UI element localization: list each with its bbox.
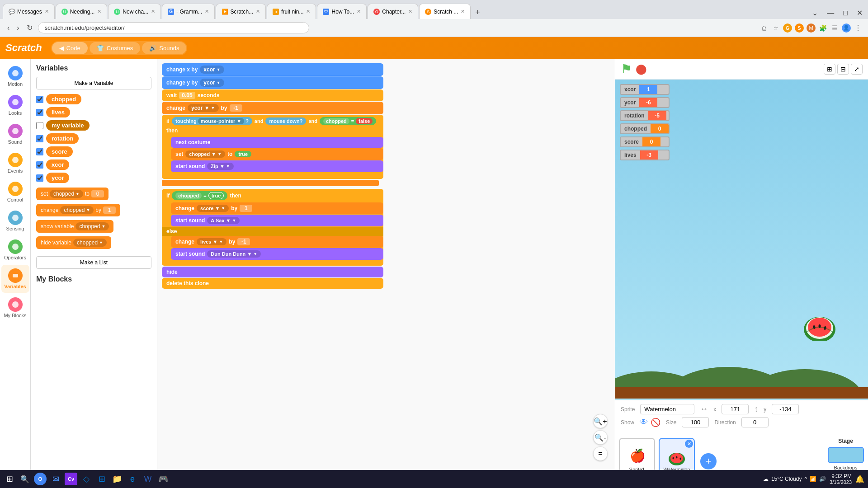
code-canvas-area[interactable]: change x by xcor change y by ycor wait 0…: [157, 59, 615, 488]
change-chopped-block[interactable]: change chopped by 1: [36, 204, 120, 216]
lives-dropdown[interactable]: lives ▼: [197, 238, 226, 245]
ext-icon[interactable]: 🧩: [818, 23, 827, 33]
var-checkbox-myvariable[interactable]: [36, 122, 43, 129]
ycor-change-dropdown[interactable]: ycor ▼: [188, 104, 218, 112]
var-checkbox-score[interactable]: [36, 148, 43, 155]
if-touching-block[interactable]: if touching mouse-pointer ▼ ? and mouse …: [162, 115, 383, 179]
tab-close-scratch1[interactable]: ✕: [256, 9, 260, 14]
search-taskbar-icon[interactable]: 🔍: [19, 473, 31, 485]
delete-clone-block[interactable]: delete this clone: [162, 278, 383, 289]
mousepointer-dropdown[interactable]: mouse-pointer ▼: [198, 118, 244, 124]
x-coord-input[interactable]: [722, 404, 749, 414]
var-block-lives[interactable]: lives: [46, 107, 70, 117]
tab-close-fruitnin[interactable]: ✕: [306, 9, 310, 14]
var-block-xcor[interactable]: xcor: [46, 160, 69, 170]
sidebar-item-events[interactable]: Events: [1, 149, 29, 177]
var-block-score[interactable]: score: [46, 146, 73, 157]
taskbar-explorer-icon[interactable]: 📁: [111, 473, 123, 485]
set-val-input[interactable]: 0: [91, 190, 104, 197]
sounds-tab[interactable]: 🔊 Sounds: [142, 42, 186, 54]
add-sprite-button[interactable]: +: [700, 453, 717, 469]
zoom-in-button[interactable]: 🔍+: [593, 414, 608, 428]
mousedown-block[interactable]: mouse down?: [265, 117, 306, 125]
start-sound-zip-block[interactable]: start sound Zip ▼: [171, 160, 383, 172]
tab-close-messages[interactable]: ✕: [45, 9, 49, 14]
show-variable-block[interactable]: show variable chopped: [36, 220, 113, 233]
show-var-dropdown[interactable]: chopped: [75, 222, 109, 230]
tab-close-newcha[interactable]: ✕: [151, 9, 155, 14]
size-input[interactable]: [682, 417, 709, 427]
ycor-change-input[interactable]: -1: [230, 104, 242, 112]
tab-close-gramm[interactable]: ✕: [205, 9, 209, 14]
scratch-icon[interactable]: S: [795, 23, 804, 33]
sidebar-item-control[interactable]: Control: [1, 178, 29, 206]
tab-ctrl-close[interactable]: ✕: [854, 8, 865, 18]
var-checkbox-xcor[interactable]: [36, 161, 43, 169]
tab-scratch1[interactable]: ▶️ Scratch... ✕: [216, 4, 266, 19]
sprite-delete-button[interactable]: ✕: [685, 440, 693, 448]
tab-close-howto[interactable]: ✕: [357, 9, 361, 14]
fullscreen-button[interactable]: ⤢: [851, 64, 863, 75]
var-block-chopped[interactable]: chopped: [46, 94, 81, 104]
chopped-var-in-eq[interactable]: chopped: [323, 118, 349, 124]
ycor-dropdown-block[interactable]: ycor: [200, 79, 224, 87]
costumes-tab[interactable]: 👕 Costumes: [90, 42, 141, 54]
set-var-dropdown[interactable]: chopped: [50, 190, 83, 198]
tab-close-scratch-active[interactable]: ✕: [461, 9, 465, 14]
back-button[interactable]: ‹: [5, 23, 11, 33]
taskbar-xbox-icon[interactable]: 🎮: [157, 473, 170, 485]
new-tab-button[interactable]: +: [472, 6, 484, 19]
stage-backdrop-thumb[interactable]: [828, 447, 864, 463]
taskbar-windows-store-icon[interactable]: ⊞: [95, 473, 108, 485]
set-chopped-dropdown[interactable]: chopped ▼: [185, 150, 225, 158]
start-sound-dundun-block[interactable]: start sound Dun Dun Dunn ▼: [171, 248, 383, 260]
score-change-input[interactable]: 1: [240, 205, 252, 212]
wait-block[interactable]: wait 0.05 seconds: [162, 89, 383, 101]
chopped-eq-true-block[interactable]: chopped = true: [172, 191, 227, 200]
sidebar-item-sound[interactable]: Sound: [1, 120, 29, 148]
forward-button[interactable]: ›: [15, 23, 21, 33]
chopped-equals-block[interactable]: chopped = false: [320, 117, 376, 125]
score-dropdown[interactable]: score ▼: [197, 205, 229, 212]
share-icon[interactable]: ⎙: [760, 23, 769, 33]
change-var-dropdown[interactable]: chopped: [60, 206, 94, 214]
zip-sound-dropdown[interactable]: Zip ▼: [207, 163, 233, 170]
bookmark-icon[interactable]: ☆: [771, 23, 780, 33]
make-variable-button[interactable]: Make a Variable: [36, 77, 151, 89]
tab-needing[interactable]: U Needing... ✕: [56, 4, 108, 19]
sidebar-item-variables[interactable]: Variables: [1, 265, 29, 293]
hide-variable-block[interactable]: hide variable chopped: [36, 236, 111, 249]
more-icon[interactable]: ⋮: [854, 23, 863, 33]
taskbar-mail-icon[interactable]: ✉: [49, 473, 62, 485]
show-hidden-button[interactable]: 🚫: [651, 418, 660, 427]
sidebar-item-operators[interactable]: Operators: [1, 236, 29, 264]
wide-view-button[interactable]: ⊟: [837, 64, 849, 75]
start-button[interactable]: ⊞: [4, 473, 16, 485]
change-val-input[interactable]: 1: [103, 206, 116, 214]
lives-change-input[interactable]: -1: [237, 238, 250, 245]
sidebar-item-sensing[interactable]: Sensing: [1, 207, 29, 235]
direction-input[interactable]: [741, 417, 769, 427]
taskbar-vscode-icon[interactable]: ◇: [80, 473, 93, 485]
var-checkbox-lives[interactable]: [36, 109, 43, 116]
taskbar-edge-icon[interactable]: e: [126, 473, 139, 485]
sidebar-toggle-icon[interactable]: ☰: [830, 23, 839, 33]
zoom-out-button[interactable]: 🔍-: [593, 430, 608, 445]
asax-dropdown[interactable]: A Sax ▼: [207, 217, 240, 224]
tab-howto[interactable]: 🛡 How To... ✕: [317, 4, 367, 19]
start-sound-asax-block[interactable]: start sound A Sax ▼: [171, 215, 383, 226]
var-checkbox-chopped[interactable]: [36, 96, 43, 103]
tab-fruitnin[interactable]: b fruit nin... ✕: [267, 4, 316, 19]
wifi-icon[interactable]: 📶: [810, 476, 816, 482]
tab-close-needing[interactable]: ✕: [97, 9, 101, 14]
next-costume-block[interactable]: next costume: [171, 137, 383, 148]
true-val2[interactable]: true: [208, 192, 224, 199]
tab-newcha[interactable]: U New cha... ✕: [108, 4, 161, 19]
set-chopped-true-block[interactable]: set chopped ▼ to true: [171, 148, 383, 160]
tab-ctrl-minimize[interactable]: —: [824, 8, 837, 18]
taskbar-word-icon[interactable]: W: [142, 473, 154, 485]
sidebar-item-looks[interactable]: Looks: [1, 91, 29, 119]
taskbar-chrome-icon[interactable]: [34, 473, 47, 485]
normal-view-button[interactable]: ⊞: [824, 64, 835, 75]
change-lives-block[interactable]: change lives ▼ by -1: [171, 236, 383, 248]
